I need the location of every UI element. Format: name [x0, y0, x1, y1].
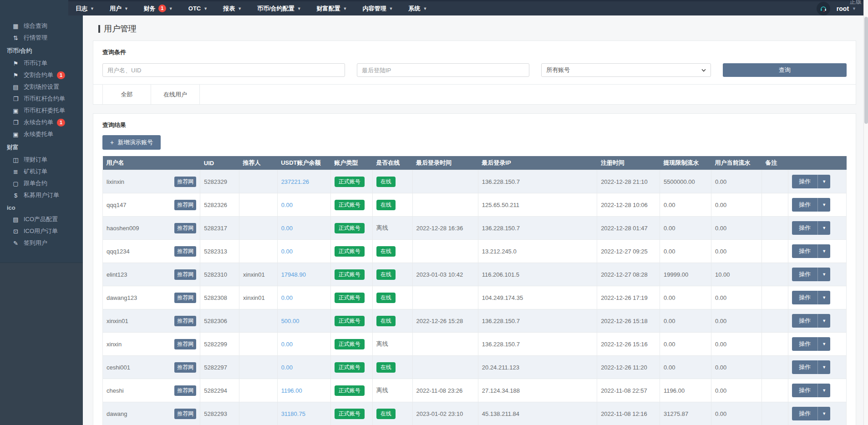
sidebar-item-miner-orders[interactable]: ≣ 矿机订单	[0, 166, 83, 177]
action-button[interactable]: 操作	[792, 175, 818, 188]
action-button[interactable]: 操作	[792, 314, 818, 328]
action-dropdown-caret[interactable]: ▼	[818, 244, 830, 258]
add-demo-account-button[interactable]: + 新增演示账号	[102, 135, 161, 150]
last-login-ip-input[interactable]	[357, 63, 529, 77]
action-dropdown-caret[interactable]: ▼	[818, 291, 830, 304]
action-dropdown-caret[interactable]: ▼	[818, 314, 830, 328]
balance-link[interactable]: 17948.90	[281, 271, 306, 278]
balance-link[interactable]: 500.00	[281, 318, 299, 324]
referrer-net-badge[interactable]: 推荐网	[174, 246, 196, 257]
referrer-net-badge[interactable]: 推荐网	[174, 200, 196, 210]
menu-label: 报表	[223, 5, 235, 13]
menu-finance[interactable]: 财务 1 ▼	[144, 5, 173, 13]
referrer-net-badge[interactable]: 推荐网	[174, 362, 196, 373]
cell-register-time: 2022-12-27 08:28	[597, 263, 660, 286]
sidebar-item-delivery-contract-orders[interactable]: ⚑ 交割合约单 1	[0, 69, 83, 81]
action-button[interactable]: 操作	[792, 244, 818, 258]
referrer-net-badge[interactable]: 推荐网	[174, 409, 196, 419]
account-type-badge: 正式账号	[335, 293, 365, 303]
sidebar-item-ico-product-config[interactable]: ▤ ICO产品配置	[0, 213, 83, 225]
sidebar-item-perpetual-contract-orders[interactable]: ❐ 永续合约单 1	[0, 116, 83, 128]
online-status: 离线	[376, 387, 388, 394]
balance-link[interactable]: 0.00	[281, 364, 293, 371]
action-button[interactable]: 操作	[792, 337, 818, 351]
referrer-net-badge[interactable]: 推荐网	[174, 339, 196, 349]
menu-wealth-config[interactable]: 财富配置 ▼	[317, 5, 347, 13]
cell-withdraw-limit-flow: 5500000.00	[660, 170, 711, 193]
referrer-net-badge[interactable]: 推荐网	[174, 293, 196, 303]
balance-link[interactable]: 31180.75	[281, 410, 305, 417]
table-row: ceshi001 推荐网 5282297 0.00 正式账号 在线 20.24.…	[103, 356, 847, 379]
action-button[interactable]: 操作	[792, 407, 818, 420]
action-dropdown-caret[interactable]: ▼	[818, 198, 830, 212]
sidebar-item-composite-query[interactable]: ▦ 综合查询	[0, 20, 83, 32]
sidebar-item-delivery-control-settings[interactable]: ▤ 交割场控设置	[0, 81, 83, 93]
action-button[interactable]: 操作	[792, 268, 818, 281]
sidebar-item-ico-user-orders[interactable]: ⊡ ICO用户订单	[0, 225, 83, 237]
referrer-net-badge[interactable]: 推荐网	[174, 269, 196, 280]
balance-link[interactable]: 1196.00	[281, 387, 302, 394]
referrer-net-badge[interactable]: 推荐网	[174, 385, 196, 396]
action-button[interactable]: 操作	[792, 198, 818, 212]
action-button[interactable]: 操作	[792, 291, 818, 304]
balance-link[interactable]: 237221.26	[281, 178, 309, 185]
support-headset-button[interactable]	[817, 2, 830, 15]
referrer-net-badge[interactable]: 推荐网	[174, 316, 196, 326]
menu-logs[interactable]: 日志 ▼	[76, 5, 94, 13]
title-accent-bar	[98, 25, 100, 33]
sidebar-item-coin-margin-entrust-orders[interactable]: ▣ 币币杠杆委托单	[0, 105, 83, 116]
username-uid-input[interactable]	[102, 63, 345, 77]
cell-remark	[761, 286, 788, 309]
balance-link[interactable]: 0.00	[281, 341, 293, 348]
sidebar-item-private-fund-orders[interactable]: $ 私募用户订单	[0, 189, 83, 201]
cell-remark	[761, 356, 788, 379]
sidebar-item-market-management[interactable]: ⇅ 行情管理	[0, 32, 83, 44]
sidebar-item-copy-trade-contract[interactable]: ▢ 跟单合约	[0, 177, 83, 189]
menu-system[interactable]: 系统 ▼	[408, 5, 427, 13]
action-button[interactable]: 操作	[792, 384, 818, 397]
layers-icon: ≣	[12, 168, 20, 175]
action-dropdown-caret[interactable]: ▼	[818, 175, 830, 188]
action-dropdown-caret[interactable]: ▼	[818, 407, 830, 420]
action-dropdown-caret[interactable]: ▼	[818, 221, 830, 235]
action-button[interactable]: 操作	[792, 360, 818, 374]
tab-online-users[interactable]: 在线用户	[151, 85, 200, 104]
sidebar-item-coin-margin-contract-orders[interactable]: ❐ 币币杠杆合约单	[0, 93, 83, 105]
search-button[interactable]: 查询	[723, 63, 847, 77]
clipboard-icon: ▤	[12, 84, 20, 91]
page-scrollbar[interactable]	[863, 0, 868, 425]
sidebar-item-checkin-users[interactable]: ✎ 签到用户	[0, 237, 83, 249]
referrer-net-badge[interactable]: 推荐网	[174, 223, 196, 233]
referrer-net-badge[interactable]: 推荐网	[174, 177, 196, 187]
notification-badge: 1	[158, 5, 166, 12]
cell-uid: 5282310	[200, 263, 239, 286]
action-dropdown-caret[interactable]: ▼	[818, 384, 830, 397]
table-row: lixinxin 推荐网 5282329 237221.26 正式账号 在线 1…	[103, 170, 847, 193]
cell-referrer	[239, 217, 278, 240]
sidebar-item-wealth-orders[interactable]: ◫ 理财订单	[0, 154, 83, 166]
table-row: xinxin 推荐网 5282299 0.00 正式账号 离线 136.228.…	[103, 333, 847, 356]
menu-content-management[interactable]: 内容管理 ▼	[363, 5, 393, 13]
tab-all[interactable]: 全部	[102, 85, 151, 104]
cell-register-time: 2022-11-08 12:16	[597, 402, 660, 425]
menu-reports[interactable]: 报表 ▼	[223, 5, 242, 13]
menu-coin-contract-config[interactable]: 币币/合约配置 ▼	[257, 5, 301, 13]
balance-link[interactable]: 0.00	[281, 248, 293, 255]
action-dropdown-caret[interactable]: ▼	[818, 268, 830, 281]
sidebar-item-perpetual-entrust-orders[interactable]: ▣ 永续委托单	[0, 128, 83, 140]
balance-link[interactable]: 0.00	[281, 202, 293, 208]
menu-otc[interactable]: OTC ▼	[188, 5, 208, 12]
action-button[interactable]: 操作	[792, 221, 818, 235]
scrollbar-thumb[interactable]	[864, 17, 868, 124]
cell-uid: 5282294	[200, 379, 239, 402]
cell-username: qqq1234	[107, 248, 130, 255]
balance-link[interactable]: 0.00	[281, 225, 293, 232]
menu-users[interactable]: 用户 ▼	[110, 5, 128, 13]
sidebar-item-coin-orders[interactable]: ⚑ 币币订单	[0, 57, 83, 69]
account-type-select[interactable]: 所有账号	[541, 63, 711, 77]
action-dropdown-caret[interactable]: ▼	[818, 337, 830, 351]
action-dropdown-caret[interactable]: ▼	[818, 360, 830, 374]
query-form: 所有账号 查询	[102, 63, 847, 77]
cell-remark	[761, 170, 788, 193]
balance-link[interactable]: 0.00	[281, 294, 293, 301]
